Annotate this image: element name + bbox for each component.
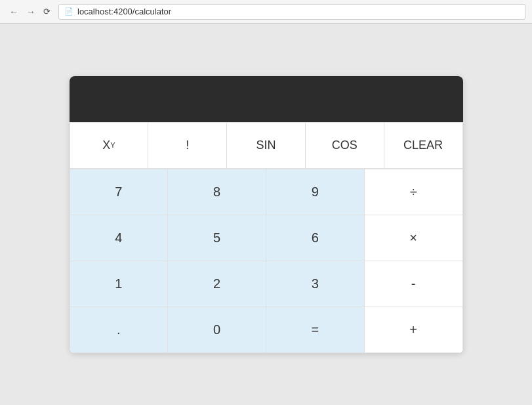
- btn-cos[interactable]: COS: [306, 123, 384, 169]
- btn-3[interactable]: 3: [266, 261, 365, 307]
- btn-equals[interactable]: =: [266, 307, 365, 353]
- browser-chrome: ← → ⟳ 📄 localhost:4200/calculator: [0, 0, 532, 24]
- btn-0[interactable]: 0: [168, 307, 266, 353]
- btn-subtract[interactable]: -: [365, 261, 463, 307]
- btn-factorial[interactable]: !: [148, 123, 227, 169]
- btn-1[interactable]: 1: [70, 261, 169, 307]
- btn-xy[interactable]: XY: [70, 123, 149, 169]
- btn-4[interactable]: 4: [70, 215, 169, 261]
- url-bar[interactable]: 📄 localhost:4200/calculator: [58, 4, 525, 20]
- back-button[interactable]: ←: [7, 5, 21, 18]
- numpad-grid: 789÷456×123-.0=+: [70, 169, 463, 353]
- btn-5[interactable]: 5: [168, 215, 266, 261]
- btn-divide[interactable]: ÷: [365, 169, 463, 215]
- calculator: XY ! SIN COS CLEAR 789÷456×123-.0=+: [70, 76, 463, 353]
- btn-dot[interactable]: .: [70, 307, 169, 353]
- forward-button[interactable]: →: [24, 5, 38, 18]
- nav-buttons: ← → ⟳: [7, 5, 53, 18]
- btn-7[interactable]: 7: [70, 169, 169, 215]
- btn-multiply[interactable]: ×: [365, 215, 463, 261]
- url-text: localhost:4200/calculator: [77, 7, 171, 16]
- calculator-display: [70, 76, 463, 122]
- btn-2[interactable]: 2: [168, 261, 266, 307]
- btn-8[interactable]: 8: [168, 169, 266, 215]
- url-icon: 📄: [64, 7, 73, 16]
- btn-9[interactable]: 9: [266, 169, 365, 215]
- btn-clear[interactable]: CLEAR: [384, 123, 463, 169]
- btn-sin[interactable]: SIN: [227, 123, 306, 169]
- page-content: XY ! SIN COS CLEAR 789÷456×123-.0=+: [0, 24, 532, 405]
- btn-6[interactable]: 6: [266, 215, 365, 261]
- functions-row: XY ! SIN COS CLEAR: [70, 122, 463, 169]
- reload-button[interactable]: ⟳: [41, 5, 53, 18]
- btn-add[interactable]: +: [365, 307, 463, 353]
